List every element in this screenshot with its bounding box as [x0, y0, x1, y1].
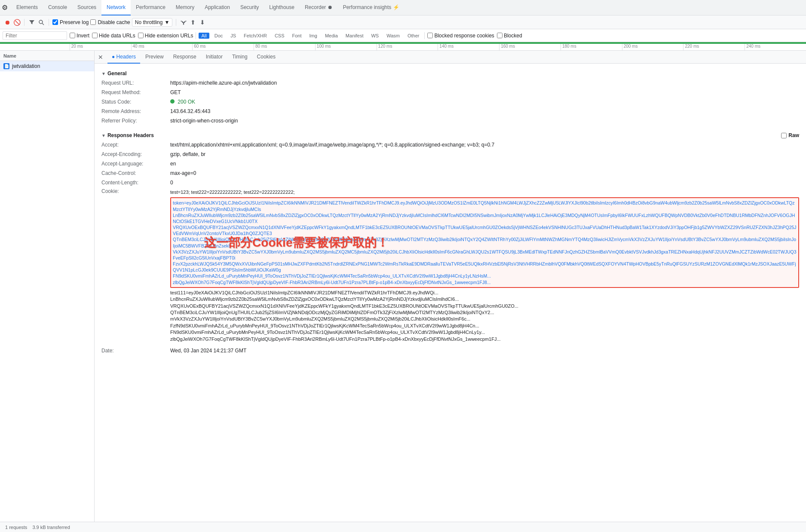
header-row-cache-control: Cache-Control: max-age=0: [101, 168, 799, 178]
tab-performance-insights[interactable]: Performance insights ⚡: [338, 0, 405, 15]
request-name: jwtvalidation: [12, 63, 40, 69]
filter-icon[interactable]: [28, 18, 36, 26]
type-btn-all[interactable]: All: [199, 33, 209, 39]
close-detail-button[interactable]: ✕: [96, 53, 105, 61]
throttle-dropdown[interactable]: No throttling ▼: [132, 18, 173, 27]
header-row-status: Status Code: 200 OK: [101, 97, 799, 107]
disable-cache-checkbox[interactable]: Disable cache: [90, 19, 130, 25]
svg-line-1: [42, 23, 44, 25]
tab-lighthouse[interactable]: Lighthouse: [264, 0, 300, 15]
tab-sources[interactable]: Sources: [72, 0, 101, 15]
hide-ext-urls-checkbox[interactable]: Hide extension URLs: [138, 33, 193, 39]
sub-tab-preview[interactable]: Preview: [141, 51, 168, 64]
request-type-icon: 📄: [3, 63, 9, 69]
type-btn-wasm[interactable]: Wasm: [384, 33, 402, 39]
type-btn-ws[interactable]: WS: [368, 33, 381, 39]
header-row-referrer: Referrer Policy: strict-origin-when-cros…: [101, 116, 799, 125]
status-bar: 1 requests 3.9 kB transferred: [0, 522, 806, 531]
clear-button[interactable]: 🚫: [13, 18, 21, 26]
header-row-remote: Remote Address: 143.64.32.45:443: [101, 107, 799, 116]
filter-sep-2: [424, 32, 425, 39]
svg-point-0: [39, 20, 43, 24]
cookie-value-container: test=123; test222=222222222222; test222=…: [170, 188, 799, 343]
requests-panel: Name 📄 jwtvalidation: [0, 51, 95, 531]
devtools-logo: ⚙: [2, 3, 8, 12]
main-area: Name 📄 jwtvalidation ✕ ● Headers Preview…: [0, 51, 806, 531]
requests-count: 1 requests: [5, 525, 27, 530]
header-row-cookie: Cookie: test=123; test222=222222222222; …: [101, 187, 799, 344]
hide-data-urls-checkbox[interactable]: Hide data URLs: [92, 33, 135, 39]
tab-network[interactable]: Network: [101, 0, 131, 15]
tab-memory[interactable]: Memory: [171, 0, 199, 15]
header-row-url: Request URL: https://apim-michelle.azure…: [101, 78, 799, 88]
header-row-accept: Accept: text/html,application/xhtml+xml,…: [101, 140, 799, 150]
header-row-method: Request Method: GET: [101, 88, 799, 97]
detail-panel: ✕ ● Headers Preview Response Initiator T…: [95, 51, 806, 531]
header-row-date: Date: Wed, 03 Jan 2024 14:21:37 GMT: [101, 346, 799, 355]
tab-performance[interactable]: Performance: [131, 0, 171, 15]
filter-input[interactable]: [3, 31, 67, 40]
type-btn-fetchxhr[interactable]: Fetch/XHR: [241, 33, 270, 39]
filter-sep: [196, 32, 196, 39]
transferred-size: 3.9 kB transferred: [32, 525, 70, 530]
chevron-down-icon: ▼: [164, 19, 169, 25]
search-icon[interactable]: [37, 18, 45, 26]
type-btn-media[interactable]: Media: [322, 33, 340, 39]
raw-checkbox[interactable]: Raw: [781, 132, 799, 138]
sub-tab-headers[interactable]: ● Headers: [107, 51, 140, 64]
sub-tab-initiator[interactable]: Initiator: [202, 51, 227, 64]
general-arrow: ▼: [101, 71, 106, 76]
import-icon[interactable]: ⬆: [189, 18, 197, 26]
type-btn-img[interactable]: Img: [307, 33, 320, 39]
wifi-icon[interactable]: [180, 18, 187, 26]
type-btn-font[interactable]: Font: [290, 33, 304, 39]
export-icon[interactable]: ⬇: [199, 18, 206, 26]
timeline: 20 ms 40 ms 60 ms 80 ms 100 ms 120 ms 14…: [0, 42, 806, 51]
status-dot: [170, 99, 175, 104]
response-headers-arrow: ▼: [101, 133, 106, 138]
tab-security[interactable]: Security: [235, 0, 264, 15]
requests-col-header: Name: [0, 51, 94, 61]
blocked-checkbox[interactable]: Blocked: [497, 33, 522, 39]
cookie-highlight-box: 这一部分Cookie需要被保护取的！ token=eyJ0eXAiOiJKV1Q…: [170, 197, 799, 287]
cookie-token-text: token=eyJ0eXAiOiJKV1QiLCJhbGciOiJSUzI1Ni…: [173, 200, 797, 285]
blocked-cookies-checkbox[interactable]: Blocked response cookies: [427, 33, 494, 39]
sub-tab-timing[interactable]: Timing: [228, 51, 252, 64]
sub-tab-response[interactable]: Response: [169, 51, 201, 64]
sub-tabs: ✕ ● Headers Preview Response Initiator T…: [95, 51, 806, 64]
type-btn-manifest[interactable]: Manifest: [343, 33, 366, 39]
request-row[interactable]: 📄 jwtvalidation: [0, 61, 94, 71]
timeline-progress-bar: [0, 42, 806, 44]
tab-console[interactable]: Console: [43, 0, 72, 15]
tab-recorder[interactable]: Recorder ⏺: [300, 0, 338, 15]
tab-elements[interactable]: Elements: [11, 0, 43, 15]
toolbar-sep-1: [24, 19, 25, 26]
type-btn-other[interactable]: Other: [405, 33, 422, 39]
header-row-accept-language: Accept-Language: en: [101, 159, 799, 168]
tab-application[interactable]: Application: [199, 0, 235, 15]
cookie-more-text: test111=eyJ0eXAiOiJKV1QiLCJhbGciOiJSUzI1…: [170, 289, 799, 343]
filter-bar: Invert Hide data URLs Hide extension URL…: [0, 29, 806, 42]
toolbar-sep-2: [49, 19, 49, 26]
network-toolbar: ⏺ 🚫 Preserve log Disable cache No thrott…: [0, 15, 806, 29]
sub-tab-cookies[interactable]: Cookies: [253, 51, 280, 64]
header-row-accept-encoding: Accept-Encoding: gzip, deflate, br: [101, 150, 799, 159]
devtools-tabs: ⚙ Elements Console Sources Network Perfo…: [0, 0, 806, 15]
type-btn-js[interactable]: JS: [228, 33, 239, 39]
general-section-title: ▼ General: [101, 67, 799, 78]
record-button[interactable]: ⏺: [3, 18, 11, 26]
response-headers-title: ▼ Response Headers Raw: [101, 129, 799, 140]
svg-point-2: [183, 24, 184, 24]
invert-checkbox[interactable]: Invert: [70, 33, 89, 39]
toolbar-sep-3: [176, 19, 176, 26]
preserve-log-checkbox[interactable]: Preserve log: [52, 19, 89, 25]
type-btn-css[interactable]: CSS: [272, 33, 287, 39]
headers-content: ▼ General Request URL: https://apim-mich…: [95, 64, 806, 359]
type-btn-doc[interactable]: Doc: [212, 33, 226, 39]
header-row-content-length: Content-Length: 0: [101, 178, 799, 187]
cookie-plain-text: test=123; test222=222222222222; test222=…: [170, 188, 799, 196]
